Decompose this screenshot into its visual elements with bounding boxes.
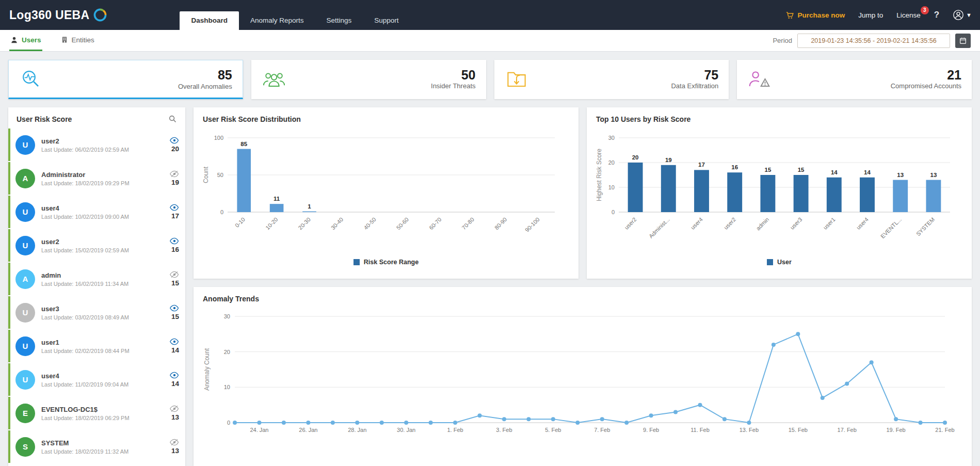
svg-text:14: 14 [831,169,838,175]
nav-item[interactable]: Settings [315,11,363,30]
svg-text:28. Jan: 28. Jan [348,427,366,433]
eye-off-icon[interactable] [170,405,179,412]
jump-to-button[interactable]: Jump to [858,11,883,19]
user-last-update: Last Update: 02/02/2019 08:44 PM [41,348,170,354]
list-item[interactable]: U user4 Last Update: 10/02/2019 09:00 AM… [8,196,185,228]
point [380,421,384,425]
eye-off-icon[interactable] [170,439,179,446]
nav-item[interactable]: Anomaly Reports [239,11,315,30]
svg-text:90-100: 90-100 [524,216,541,233]
eye-off-icon[interactable] [170,271,179,278]
eye-icon[interactable] [170,204,179,211]
bar [794,175,809,212]
point [526,417,531,421]
point [502,417,506,421]
eye-icon[interactable] [170,304,179,312]
avatar: U [15,370,35,390]
eye-icon[interactable] [170,338,179,345]
insider-threats-card[interactable]: 50 Insider Threats [251,60,486,99]
user-last-update: Last Update: 10/02/2019 09:00 AM [41,214,170,220]
nav-item[interactable]: Dashboard [180,11,239,30]
search-icon[interactable] [168,115,177,123]
account-menu-button[interactable]: ▼ [953,9,972,21]
eye-icon[interactable] [170,137,179,144]
point [306,421,310,425]
svg-text:17. Feb: 17. Feb [838,427,857,433]
purchase-now-button[interactable]: Purchase now [785,11,845,20]
user-risk-score-title: User Risk Score [17,115,72,123]
list-item[interactable]: A admin Last Update: 16/02/2019 11:34 AM… [8,263,185,295]
point [429,421,433,425]
insider-threats-label: Insider Threats [431,82,475,90]
help-button[interactable]: ? [934,10,939,20]
avatar: U [15,303,35,323]
list-item[interactable]: U user4 Last Update: 11/02/2019 09:04 AM… [8,363,185,396]
period-control: Period [773,30,971,51]
person-icon [10,36,18,44]
eye-icon[interactable] [170,372,179,379]
legend-label: User [777,259,792,266]
period-range-input[interactable] [797,34,950,48]
compromised-accounts-card[interactable]: 21 Compromised Accounts [737,60,972,99]
risk-score: 14 [171,380,179,388]
eye-off-icon[interactable] [170,170,179,178]
point [845,381,849,385]
building-icon [61,36,68,43]
overall-anomalies-value: 85 [218,68,232,83]
list-item[interactable]: E EVENTLOG-DC1$ Last Update: 18/02/2019 … [8,397,185,429]
user-name: user4 [41,372,170,380]
point [870,360,874,364]
calendar-button[interactable] [955,34,971,48]
overall-anomalies-card[interactable]: 85 Overall Anomalies [8,60,243,99]
top10-users-svg: 010203020user219Administ...17user416user… [594,125,962,255]
point [331,421,335,425]
svg-text:10: 10 [224,384,230,390]
avatar: U [15,202,35,222]
point [551,417,555,421]
nav-item[interactable]: Support [363,11,410,30]
bar [727,172,742,212]
point [477,413,481,417]
tab-entities-label: Entities [72,36,94,44]
svg-text:30: 30 [608,135,615,141]
list-item[interactable]: A Administrator Last Update: 18/02/2019 … [8,162,185,195]
data-exfiltration-card[interactable]: 75 Data Exfiltration [494,60,729,99]
svg-text:7. Feb: 7. Feb [594,427,610,433]
data-exfiltration-value: 75 [704,68,718,83]
data-exfiltration-icon [505,68,528,90]
legend-swatch [767,259,773,265]
risk-distribution-svg: 050100850-101110-20120-3030-4040-5050-60… [201,125,569,255]
svg-text:0: 0 [227,420,230,426]
svg-text:user2: user2 [722,216,737,231]
svg-text:85: 85 [240,141,247,147]
risk-distribution-title: User Risk Score Distribution [194,107,579,125]
bar [860,178,875,212]
svg-text:Count: Count [202,166,210,183]
svg-text:10: 10 [608,184,615,190]
svg-text:13. Feb: 13. Feb [740,427,759,433]
bar [628,163,643,212]
eye-icon[interactable] [170,237,179,245]
tab-users[interactable]: Users [9,30,42,51]
insider-threats-value: 50 [461,68,476,83]
license-button[interactable]: License 3 [896,11,921,19]
user-last-update: Last Update: 18/02/2019 09:29 PM [41,180,170,186]
list-item[interactable]: U user1 Last Update: 02/02/2019 08:44 PM… [8,330,185,362]
svg-text:EVENTL...: EVENTL... [879,216,903,239]
svg-text:0-10: 0-10 [234,216,246,229]
logo-swirl-icon [93,8,107,22]
list-item[interactable]: U user3 Last Update: 03/02/2019 08:49 AM… [8,296,185,329]
user-last-update: Last Update: 16/02/2019 11:34 AM [41,281,170,287]
list-item[interactable]: U user2 Last Update: 06/02/2019 02:59 AM… [8,128,185,161]
navbar-right: Purchase now Jump to License 3 ? ▼ [785,0,972,30]
bar [661,165,676,212]
list-item[interactable]: S SYSTEM Last Update: 18/02/2019 11:32 A… [8,430,185,463]
anomaly-trends-card: Anomaly Trends 010203024. Jan26. Jan28. … [194,287,972,466]
avatar: U [15,236,35,255]
list-item[interactable]: U user2 Last Update: 15/02/2019 02:59 AM… [8,229,185,262]
svg-text:9. Feb: 9. Feb [643,427,659,433]
svg-text:13: 13 [930,172,937,178]
cart-icon [785,11,794,20]
tab-entities[interactable]: Entities [60,30,95,51]
tab-users-label: Users [22,36,41,44]
